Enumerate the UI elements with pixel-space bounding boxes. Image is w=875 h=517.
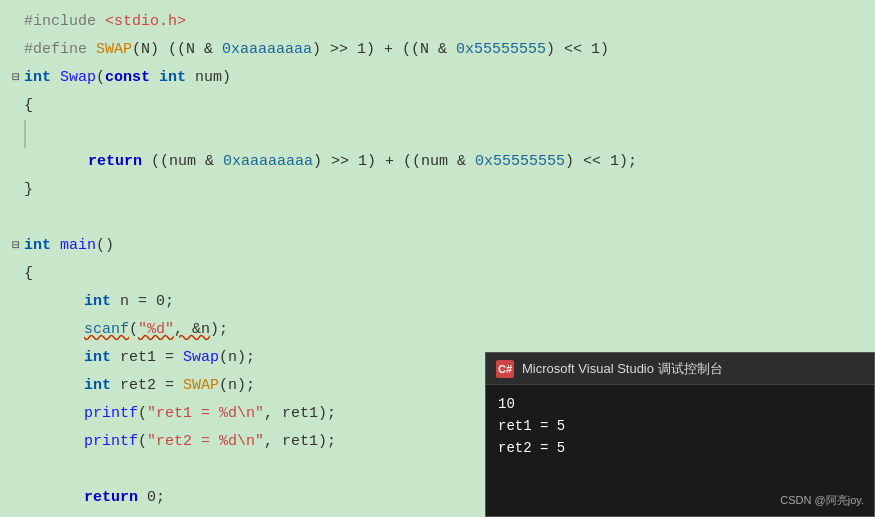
console-footer: CSDN @阿亮joy. (486, 484, 874, 516)
console-line-1: 10 (498, 393, 862, 415)
code-text: int (84, 372, 120, 400)
fold-gutter-3[interactable]: ⊟ (8, 64, 24, 92)
code-text: ) >> 1) + ((N & (312, 36, 456, 64)
fold-gutter-9[interactable]: ⊟ (8, 232, 24, 260)
console-line-3: ret2 = 5 (498, 437, 862, 459)
code-text: Swap (60, 64, 96, 92)
code-text: <stdio.h> (105, 8, 186, 36)
code-text: return (88, 148, 151, 176)
code-text: ( (138, 428, 147, 456)
console-window: C# Microsoft Visual Studio 调试控制台 10 ret1… (485, 352, 875, 517)
code-text: ) >> 1) + ((num & (313, 148, 475, 176)
code-text: 0xaaaaaaaa (222, 36, 312, 64)
code-text: "ret2 = %d\n" (147, 428, 264, 456)
code-text: printf (84, 428, 138, 456)
code-text: return (84, 484, 147, 512)
code-text: num) (195, 64, 231, 92)
code-text: 0; (147, 484, 165, 512)
code-text: ret2 = (120, 372, 183, 400)
code-text: , ret1); (264, 428, 336, 456)
code-text: 0xaaaaaaaa (223, 148, 313, 176)
code-line-2: #define SWAP(N) ((N & 0xaaaaaaaa) >> 1) … (0, 36, 875, 64)
code-text: SWAP (96, 36, 132, 64)
code-text: #define (24, 36, 96, 64)
code-text: () (96, 232, 114, 260)
code-line-1: #include <stdio.h> (0, 8, 875, 36)
code-line-8 (0, 204, 875, 232)
code-text: { (24, 260, 33, 288)
code-text: (N) ((N & (132, 36, 222, 64)
code-text: main (60, 232, 96, 260)
code-line-7: } (0, 176, 875, 204)
code-text: { (24, 92, 33, 120)
code-text: #include (24, 8, 105, 36)
console-title: Microsoft Visual Studio 调试控制台 (522, 355, 723, 383)
code-line-11: int n = 0; (0, 288, 875, 316)
code-text: } (24, 176, 33, 204)
code-text: n = 0; (120, 288, 174, 316)
code-text: ( (129, 316, 138, 344)
code-text: SWAP (183, 372, 219, 400)
code-text: int (84, 288, 120, 316)
code-text: scanf (84, 316, 129, 344)
code-line-6: return ((num & 0xaaaaaaaa) >> 1) + ((num… (0, 148, 875, 176)
code-text: ) << 1); (565, 148, 637, 176)
code-line-3: ⊟ int Swap(const int num) (0, 64, 875, 92)
code-editor: #include <stdio.h> #define SWAP(N) ((N &… (0, 0, 875, 517)
code-line-10: { (0, 260, 875, 288)
code-text: int (84, 344, 120, 372)
code-text: ( (138, 400, 147, 428)
code-text: } (24, 512, 33, 517)
code-text: int (24, 64, 60, 92)
code-line-5 (0, 120, 875, 148)
code-text: printf (84, 400, 138, 428)
code-text: ((num & (151, 148, 223, 176)
code-text: const (105, 64, 159, 92)
code-text: Swap (183, 344, 219, 372)
code-text: int (24, 232, 60, 260)
code-text: "ret1 = %d\n" (147, 400, 264, 428)
code-text: (n); (219, 344, 255, 372)
code-text: ( (96, 64, 105, 92)
code-line-9: ⊟ int main() (0, 232, 875, 260)
console-line-2: ret1 = 5 (498, 415, 862, 437)
code-line-12: scanf("%d", &n); (0, 316, 875, 344)
console-output: 10 ret1 = 5 ret2 = 5 (486, 385, 874, 484)
code-text: , &n (174, 316, 210, 344)
code-text: int (159, 64, 195, 92)
code-text: ret1 = (120, 344, 183, 372)
code-text: 0x55555555 (475, 148, 565, 176)
code-text: 0x55555555 (456, 36, 546, 64)
code-text: (n); (219, 372, 255, 400)
code-text: ); (210, 316, 228, 344)
console-titlebar: C# Microsoft Visual Studio 调试控制台 (486, 353, 874, 385)
console-app-icon: C# (496, 360, 514, 378)
code-text: "%d" (138, 316, 174, 344)
code-text: ) << 1) (546, 36, 609, 64)
code-text: , ret1); (264, 400, 336, 428)
code-line-4: { (0, 92, 875, 120)
